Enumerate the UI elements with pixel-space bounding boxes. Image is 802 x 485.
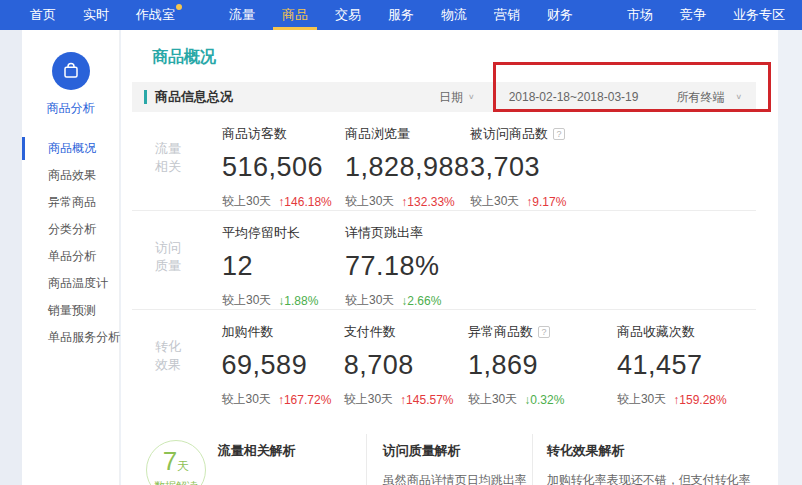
change-up-indicator: ↑159.28% [673, 393, 726, 407]
section-title: 商品信息总况 [144, 88, 233, 106]
chevron-down-icon: ∨ [735, 93, 742, 101]
metric-group-label: 访问 质量 [132, 211, 222, 309]
metric-product-pageviews: 商品浏览量 1,828,988 较上30天↑132.33% [345, 112, 470, 210]
insights-section: 7天 数据解读 流量相关解析 访问质量解析 虽然商品详情页日均跳出率比同行平均好… [132, 434, 756, 485]
sidebar-item-abnormal-products[interactable]: 异常商品 [22, 189, 119, 216]
sidebar-item-sales-forecast[interactable]: 销量预测 [22, 297, 119, 324]
metric-value: 8,708 [344, 350, 468, 381]
seven-day-badge: 7天 数据解读 [146, 440, 206, 485]
nav-item-finance[interactable]: 财务 [547, 0, 573, 30]
insight-traffic: 流量相关解析 [218, 434, 366, 485]
sidebar-item-single-product-analysis[interactable]: 单品分析 [22, 243, 119, 270]
sidebar-item-category-analysis[interactable]: 分类分析 [22, 216, 119, 243]
section-accent-bar [144, 90, 147, 104]
nav-item-service[interactable]: 服务 [388, 0, 414, 30]
product-analysis-icon [52, 52, 90, 90]
nav-item-market[interactable]: 市场 [627, 0, 653, 30]
change-down-indicator: ↓2.66% [401, 294, 441, 308]
help-icon[interactable]: ? [538, 326, 550, 338]
sidebar-item-product-effect[interactable]: 商品效果 [22, 162, 119, 189]
metric-value: 69,589 [222, 350, 344, 381]
nav-item-competition[interactable]: 竞争 [680, 0, 706, 30]
insight-body: 加购转化率表现还不错，但支付转化率低于同行平均，赶快到异常商品并结合使用商品温度… [547, 471, 756, 485]
sidebar-item-single-product-service[interactable]: 单品服务分析 [22, 324, 119, 351]
metrics-panel: 流量 相关 商品访客数 516,506 较上30天↑146.18% 商品浏览量 … [132, 112, 756, 408]
page-title: 商品概况 [121, 30, 778, 82]
metric-product-favorites: 商品收藏次数 41,457 较上30天↑159.28% [617, 310, 756, 408]
metric-value: 3,703 [470, 152, 620, 183]
sidebar: 商品分析 商品概况 商品效果 异常商品 分类分析 单品分析 商品温度计 销量预测… [22, 30, 120, 485]
nav-item-marketing[interactable]: 营销 [494, 0, 520, 30]
change-up-indicator: ↑9.17% [526, 195, 566, 209]
left-background-strip [0, 30, 22, 485]
nav-item-traffic[interactable]: 流量 [229, 0, 255, 30]
change-down-indicator: ↓1.88% [278, 294, 318, 308]
sidebar-header: 商品分析 [22, 30, 119, 135]
change-up-indicator: ↑132.33% [401, 195, 454, 209]
metric-value: 1,828,988 [345, 152, 470, 183]
change-up-indicator: ↑167.72% [278, 393, 331, 407]
metric-paid-items: 支付件数 8,708 较上30天↑145.57% [344, 310, 468, 408]
nav-item-business-zone[interactable]: 业务专区 [733, 0, 785, 30]
sidebar-group-title: 商品分析 [22, 100, 119, 117]
chevron-down-icon: ∨ [468, 93, 475, 101]
metric-value: 1,869 [468, 350, 617, 381]
change-up-indicator: ↑145.57% [400, 393, 453, 407]
nav-item-trade[interactable]: 交易 [335, 0, 361, 30]
metric-group-label: 流量 相关 [132, 112, 222, 210]
change-up-indicator: ↑146.18% [278, 195, 331, 209]
nav-item-home[interactable]: 首页 [30, 0, 56, 30]
help-icon[interactable]: ? [553, 128, 565, 140]
date-type-dropdown[interactable]: 日期 ∨ [439, 89, 475, 106]
metric-value: 41,457 [617, 350, 756, 381]
metric-group-conversion: 转化 效果 加购件数 69,589 较上30天↑167.72% 支付件数 8,7… [132, 309, 756, 408]
nav-item-war-room[interactable]: 作战室 [136, 0, 175, 30]
sidebar-item-product-thermometer[interactable]: 商品温度计 [22, 270, 119, 297]
insight-visit-quality: 访问质量解析 虽然商品详情页日均跳出率比同行平均好，但平均停留时间低于同行平均，… [366, 434, 532, 485]
metric-visited-products: 被访问商品数? 3,703 较上30天↑9.17% [470, 112, 620, 210]
insight-conversion: 转化效果解析 加购转化率表现还不错，但支付转化率低于同行平均，赶快到异常商品并结… [532, 434, 756, 485]
metric-group-visit-quality: 访问 质量 平均停留时长 12 较上30天↓1.88% 详情页跳出率 77.18… [132, 210, 756, 309]
metric-product-visitors: 商品访客数 516,506 较上30天↑146.18% [222, 112, 345, 210]
nav-item-logistics[interactable]: 物流 [441, 0, 467, 30]
metric-value: 516,506 [222, 152, 345, 183]
filter-bar: 商品信息总况 日期 ∨ 2018-02-18~2018-03-19 所有终端 ∨ [132, 82, 756, 112]
filter-controls: 日期 ∨ 2018-02-18~2018-03-19 所有终端 ∨ [439, 89, 742, 106]
nav-item-products[interactable]: 商品 [282, 0, 308, 30]
metric-group-label: 转化 效果 [132, 310, 222, 408]
metric-abnormal-products: 异常商品数? 1,869 较上30天↓0.32% [468, 310, 617, 408]
metric-cart-adds: 加购件数 69,589 较上30天↑167.72% [222, 310, 344, 408]
metric-value: 77.18% [345, 251, 470, 282]
terminal-dropdown[interactable]: 所有终端 ∨ [676, 89, 742, 106]
nav-item-realtime[interactable]: 实时 [83, 0, 109, 30]
notification-dot-icon [176, 4, 182, 10]
sidebar-item-product-overview[interactable]: 商品概况 [22, 135, 119, 162]
metric-detail-bounce-rate: 详情页跳出率 77.18% 较上30天↓2.66% [345, 211, 470, 309]
metric-avg-stay-duration: 平均停留时长 12 较上30天↓1.88% [222, 211, 345, 309]
metric-value: 12 [222, 251, 345, 282]
top-navigation: 首页 实时 作战室 流量 商品 交易 服务 物流 营销 财务 市场 竞争 业务专… [0, 0, 802, 30]
main-content: 商品概况 商品信息总况 日期 ∨ 2018-02-18~2018-03-19 所… [121, 30, 778, 485]
insight-body: 虽然商品详情页日均跳出率比同行平均好，但平均停留时间低于同行平均，请关注页面推荐… [383, 471, 532, 485]
date-range-picker[interactable]: 2018-02-18~2018-03-19 [509, 90, 639, 104]
metric-group-traffic: 流量 相关 商品访客数 516,506 较上30天↑146.18% 商品浏览量 … [132, 112, 756, 210]
change-down-indicator: ↓0.32% [524, 393, 564, 407]
badge-container: 7天 数据解读 [132, 434, 218, 485]
